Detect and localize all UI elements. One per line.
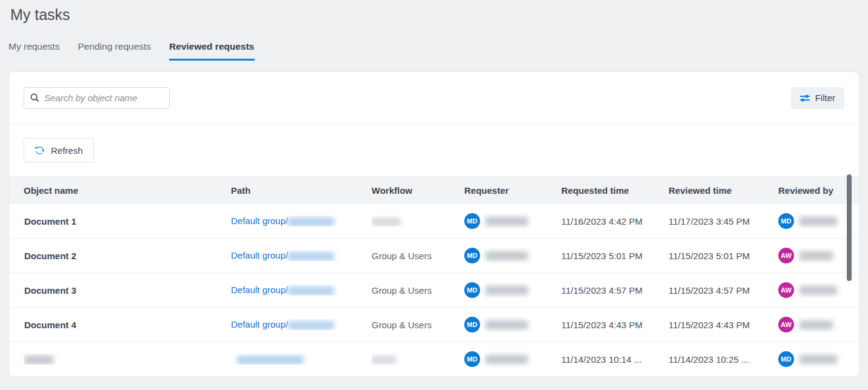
workflow-cell: Group & Users xyxy=(372,320,464,330)
refresh-button-label: Refresh xyxy=(51,145,83,156)
refresh-button[interactable]: Refresh xyxy=(24,138,94,162)
workflow-cell xyxy=(372,216,464,226)
redacted-path-text xyxy=(237,355,304,365)
redacted-reviewer-name xyxy=(800,251,833,260)
requester-cell: MD xyxy=(464,351,561,367)
column-header-reviewed-time[interactable]: Reviewed time xyxy=(669,185,778,196)
reviewer-avatar: AW xyxy=(778,282,794,298)
reviewed-by-cell: AW xyxy=(778,317,859,332)
filter-button-label: Filter xyxy=(815,93,835,103)
column-header-object-name[interactable]: Object name xyxy=(24,185,231,196)
requester-avatar: MD xyxy=(464,317,480,332)
redacted-requester-name xyxy=(486,251,528,260)
reviewer-avatar: AW xyxy=(778,248,794,263)
requested-time-cell: 11/15/2023 4:43 PM xyxy=(561,320,669,330)
path-link[interactable]: Default group/ xyxy=(231,285,288,295)
reviewer-avatar: MD xyxy=(778,213,794,229)
table-header: Object name Path Workflow Requester Requ… xyxy=(9,176,859,204)
tab-pending-requests[interactable]: Pending requests xyxy=(78,41,151,61)
requested-time-cell: 11/15/2023 5:01 PM xyxy=(561,251,669,261)
requester-avatar: MD xyxy=(464,282,480,298)
redacted-requester-name xyxy=(486,320,528,329)
column-header-requester[interactable]: Requester xyxy=(464,185,561,196)
search-box[interactable] xyxy=(24,87,170,109)
requester-avatar: MD xyxy=(464,213,480,229)
table-row[interactable]: Document 1 Default group/ MD 11/16/2023 … xyxy=(9,204,859,239)
column-header-workflow[interactable]: Workflow xyxy=(372,185,464,196)
reviewed-time-cell: 11/15/2023 5:01 PM xyxy=(669,251,778,261)
reviewed-by-cell: AW xyxy=(778,282,859,298)
object-name-cell: Document 3 xyxy=(24,285,231,296)
redacted-path-text xyxy=(288,217,334,226)
redacted-reviewer-name xyxy=(800,320,833,329)
object-name-cell: Document 4 xyxy=(24,320,231,330)
reviewer-avatar: AW xyxy=(778,317,794,332)
vertical-scrollbar-thumb[interactable] xyxy=(847,174,852,281)
object-name-cell xyxy=(24,354,231,365)
requester-cell: MD xyxy=(464,213,561,229)
tab-reviewed-requests[interactable]: Reviewed requests xyxy=(169,41,254,61)
column-header-path[interactable]: Path xyxy=(231,185,372,196)
filter-sliders-icon xyxy=(800,94,810,102)
tab-bar: My requests Pending requests Reviewed re… xyxy=(8,41,255,61)
reviewer-avatar: MD xyxy=(778,351,794,367)
requester-avatar: MD xyxy=(464,351,480,367)
table-row[interactable]: Document 3 Default group/ Group & Users … xyxy=(9,273,859,308)
redacted-reviewer-name xyxy=(800,217,837,226)
requester-cell: MD xyxy=(464,317,561,332)
requested-time-cell: 11/14/2023 10:14 ... xyxy=(561,354,669,365)
table-row[interactable]: MD 11/14/2023 10:14 ... 11/14/2023 10:25… xyxy=(9,342,859,377)
redacted-path-text xyxy=(288,321,334,330)
refresh-icon xyxy=(35,145,45,156)
reviewed-time-cell: 11/15/2023 4:43 PM xyxy=(669,320,778,330)
page-title: My tasks xyxy=(10,6,70,24)
refresh-row: Refresh xyxy=(9,124,859,176)
toolbar: Filter xyxy=(9,72,859,124)
filter-button[interactable]: Filter xyxy=(791,87,844,109)
requester-avatar: MD xyxy=(464,248,480,263)
table-row[interactable]: Document 2 Default group/ Group & Users … xyxy=(9,239,859,273)
requester-cell: MD xyxy=(464,248,561,263)
path-cell: Default group/ xyxy=(231,216,372,226)
search-input[interactable] xyxy=(44,93,163,103)
object-name-cell: Document 2 xyxy=(24,251,231,261)
path-cell: Default group/ xyxy=(231,250,372,261)
content-card: Filter Refresh Object name Path Workflow… xyxy=(8,71,860,377)
redacted-path-text xyxy=(288,286,334,296)
requested-time-cell: 11/16/2023 4:42 PM xyxy=(561,216,669,226)
path-link[interactable]: Default group/ xyxy=(231,250,288,260)
reviewed-time-cell: 11/17/2023 3:45 PM xyxy=(669,216,778,226)
path-link[interactable]: Default group/ xyxy=(231,319,288,329)
workflow-cell xyxy=(372,354,464,365)
path-cell: Default group/ xyxy=(231,285,372,296)
reviewed-time-cell: 11/15/2023 4:57 PM xyxy=(669,285,778,296)
redacted-requester-name xyxy=(486,286,528,295)
reviewed-by-cell: MD xyxy=(778,351,859,367)
column-header-requested-time[interactable]: Requested time xyxy=(561,185,669,196)
workflow-cell: Group & Users xyxy=(372,285,464,296)
search-icon xyxy=(30,93,39,102)
redacted-requester-name xyxy=(486,355,528,364)
tab-my-requests[interactable]: My requests xyxy=(8,41,59,61)
reviewed-time-cell: 11/14/2023 10:25 ... xyxy=(669,354,778,365)
redacted-reviewer-name xyxy=(800,286,837,295)
redacted-requester-name xyxy=(486,217,528,226)
path-link[interactable]: Default group/ xyxy=(231,216,288,226)
redacted-reviewer-name xyxy=(800,355,837,364)
redacted-workflow-text xyxy=(372,355,396,365)
table-row[interactable]: Document 4 Default group/ Group & Users … xyxy=(9,308,859,342)
object-name-cell: Document 1 xyxy=(24,216,231,226)
redacted-object-name xyxy=(24,355,53,365)
workflow-cell: Group & Users xyxy=(372,251,464,261)
redacted-path-text xyxy=(288,252,334,261)
requested-time-cell: 11/15/2023 4:57 PM xyxy=(561,285,669,296)
path-cell: Default group/ xyxy=(231,319,372,330)
path-cell xyxy=(231,354,372,365)
requester-cell: MD xyxy=(464,282,561,298)
redacted-workflow-text xyxy=(372,217,401,226)
